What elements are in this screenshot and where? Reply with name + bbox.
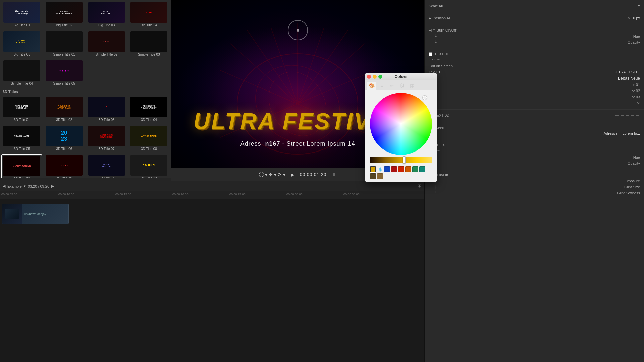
3d-titles-row2: TRACK NAME 3D Title 05 2023 3D Title 06 … [0,124,171,153]
template-thumb: YOUR FIRSTARTIST NAME [46,97,83,117]
timecode-display: 00:00:01:20 [300,172,327,177]
template-3d-title-04[interactable]: ADD NEW TOYOUR PLAYLIST 3D Title 04 [128,96,169,122]
color-wheel[interactable] [370,93,432,155]
color-brightness-slider[interactable] [370,157,432,163]
timeline-nav-forward[interactable]: ▶ [51,184,54,188]
template-3d-title-05[interactable]: TRACK NAME 3D Title 05 [1,125,42,152]
eyedropper-tool[interactable]: 💧 [377,166,383,172]
helix-header-row: HELIX — — — — — [429,142,640,148]
color-tab-pencils[interactable]: ✏ [387,82,396,90]
opacity-pipe: └ [434,40,437,44]
template-thumb: 2023 [46,126,83,146]
template-big-title-02[interactable]: THE BESTINSIDE STORE Big Title 02 [44,1,85,28]
position-row-close[interactable]: ✕ [637,101,640,106]
template-thumb: ✕ [88,97,125,117]
timeline-project-selector[interactable]: Example [7,184,22,188]
ruler-marks: 00:00:05:00 00:00:10:00 00:00:15:00 00:0… [0,191,399,199]
color-slider-thumb[interactable] [403,156,406,164]
template-3d-title-07[interactable]: LISTEN TO MYNEW SINGLE 3D Title 07 [86,125,127,152]
template-thumb: ARTIST NAME [130,126,167,146]
crop-chevron[interactable]: ▾ [265,172,267,177]
clip-label: unknown-deejay-... [22,212,52,216]
template-simple-title-04[interactable]: —— —— Simple Title 04 [1,60,42,86]
timeline-controls: ◀ Example ▾ 03:20 / 09:20 ▶ [0,184,57,188]
3d-titles-row1: TRACK NAMEARTIST MIX 3D Title 01 YOUR FI… [0,95,171,124]
template-thumb: LISTEN TO MYNEW SINGLE [88,126,125,146]
timeline-project-chevron[interactable]: ▾ [24,184,26,188]
template-simple-title-05[interactable]: ● ● ● ● Simple Title 05 [44,60,85,86]
text01-section: TEXT 01 — — — — — On/Off Edit on Screen … [425,48,644,110]
color-swatch-teal[interactable] [419,166,425,172]
template-simple-title-01[interactable]: Simple Title 01 [44,31,85,57]
text02-section: TEXT 02 — — — — — Off on Screen 02 Adres… [425,110,644,139]
color-swatch-gold[interactable] [370,166,376,172]
transform-icon[interactable]: ✥ [269,172,273,177]
3d-titles-row3: NIGHT SOUND 3D Title 09 ULTRA 3D Title 1… [0,153,171,181]
template-3d-title-09[interactable]: NIGHT SOUND 3D Title 09 [1,154,42,181]
timeline-zoom-icon[interactable]: ⊞ [417,183,422,189]
video-clip[interactable]: unknown-deejay-... [2,204,69,224]
color-wheel-cursor[interactable] [423,96,427,100]
template-3d-title-12[interactable]: 03/JULY 3D Title 12 [128,154,169,181]
helix-onoff-row: On/Off [429,148,640,154]
text02-header-row: TEXT 02 — — — — — [429,112,640,118]
transform-chevron[interactable]: ▾ [274,172,276,177]
window-close-button[interactable] [367,75,371,79]
template-3d-title-10[interactable]: ULTRA 3D Title 10 [44,154,85,181]
color-swatch-green[interactable] [412,166,418,172]
timeline-collapse-btn[interactable]: ◀ [3,184,5,188]
template-thumb: CENTRE [88,31,125,52]
template-3d-title-01[interactable]: TRACK NAMEARTIST MIX 3D Title 01 [1,96,42,122]
template-3d-title-06[interactable]: 2023 3D Title 06 [44,125,85,152]
template-thumb: Our musicour story [3,2,40,23]
template-3d-title-02[interactable]: YOUR FIRSTARTIST NAME 3D Title 02 [44,96,85,122]
color-swatch-blue[interactable] [384,166,390,172]
color-swatch-red2[interactable] [398,166,404,172]
keyframe-chevron[interactable]: ▾ [283,172,285,177]
window-buttons [367,75,382,79]
font-row: Bebas Neue [429,75,640,82]
play-button[interactable]: ▶ [291,172,294,177]
template-simple-title-02[interactable]: CENTRE Simple Title 02 [86,31,127,57]
template-thumb [130,31,167,52]
glint-softness-pipe: └ [434,191,437,195]
position-all-close[interactable]: ✕ [627,16,630,20]
color-swatch-brown2[interactable] [377,173,383,179]
position-all-row: ▶ Position All ✕ 0 px [429,15,640,21]
color-swatches-row: 💧 [370,166,432,179]
keyframe-icon[interactable]: ⟳ [278,172,282,177]
section-3d-titles: 3D Titles [0,87,171,95]
crop-icon[interactable]: ⛶ [259,172,264,177]
timeline-track-area: unknown-deejay-... [0,199,424,229]
window-minimize-button[interactable] [373,75,377,79]
window-maximize-button[interactable] [378,75,382,79]
color-swatch-orange[interactable] [405,166,411,172]
colors-tabs: 🎨 ≡ ✏ 🖼 ▦ [365,80,437,90]
color-tab-image[interactable]: 🖼 [397,82,407,90]
position-all-arrow: ▶ [429,16,431,20]
color-tab-palette[interactable]: ▦ [407,82,417,90]
color02-row: └ or 02 [429,88,640,94]
color-tab-sliders[interactable]: ≡ [377,82,386,90]
template-3d-title-03[interactable]: ✕ 3D Title 03 [86,96,127,122]
template-big-title-01[interactable]: Our musicour story Big Title 01 [1,1,42,28]
color-slider-container [370,157,432,163]
template-simple-title-03[interactable]: Simple Title 03 [128,31,169,57]
ruler-mark-5: 00:00:30:00 [285,191,342,199]
template-big-title-04[interactable]: LIVE Big Title 04 [128,1,169,28]
template-3d-title-08[interactable]: ARTIST NAME 3D Title 08 [128,125,169,152]
text01-checkbox[interactable] [429,52,432,56]
template-thumb: THE BESTINSIDE STORE [46,2,83,23]
color-tab-wheel[interactable]: 🎨 [367,82,376,90]
color-swatch-brown1[interactable] [370,173,376,179]
simple-titles-row2: —— —— Simple Title 04 ● ● ● ● Simple Tit… [0,58,171,87]
pause-icon[interactable]: ⏸ [332,172,336,177]
position-row: tion ✕ [429,100,640,107]
color-swatch-red1[interactable] [391,166,397,172]
template-thumb: TRACK NAME [3,126,40,146]
template-3d-title-11[interactable]: MUSICFESTIVAL 3D Title 11 [86,154,127,181]
template-thumb: 03/JULY [130,155,167,176]
template-browser: Our musicour story Big Title 01 THE BEST… [0,0,171,181]
template-big-title-05[interactable]: ULTRAFESTIVAL Big Title 05 [1,31,42,57]
template-big-title-03[interactable]: MUSICFESTIVAL Big Title 03 [86,1,127,28]
